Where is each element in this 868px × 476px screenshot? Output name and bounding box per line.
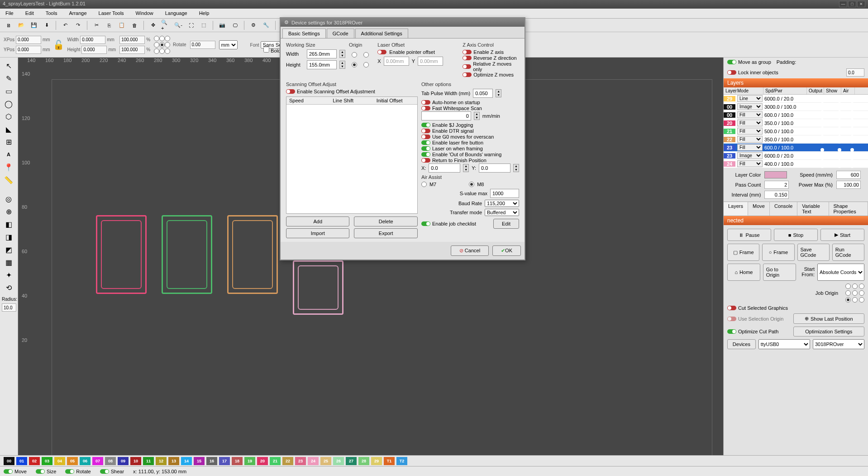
color-swatch-00[interactable]: 00: [4, 457, 14, 465]
status-size-toggle[interactable]: [36, 469, 45, 474]
menu-window[interactable]: Window: [134, 10, 155, 17]
finish-x-input[interactable]: [429, 163, 460, 173]
tab-console[interactable]: Console: [770, 202, 797, 216]
transfer-select[interactable]: Buffered: [485, 209, 519, 216]
close-button[interactable]: ✕: [857, 1, 865, 7]
interval-input[interactable]: [764, 191, 789, 199]
status-rotate-toggle[interactable]: [65, 469, 74, 474]
finish-y-input[interactable]: [479, 163, 510, 173]
enable-z-toggle[interactable]: [463, 50, 472, 54]
padding-input[interactable]: [846, 68, 864, 77]
device-height-input[interactable]: [307, 60, 337, 69]
baud-select[interactable]: 115,200: [485, 200, 519, 207]
color-swatch-06[interactable]: 06: [80, 457, 91, 465]
dialog-cancel-button[interactable]: ⊘ Cancel: [451, 245, 489, 256]
layer-mode-select[interactable]: Fill: [737, 111, 763, 118]
array-tool[interactable]: ⊞: [2, 136, 15, 147]
color-swatch-19[interactable]: 19: [244, 457, 255, 465]
offset-tool[interactable]: ◎: [2, 193, 15, 204]
zoom-out-icon[interactable]: 🔍-: [173, 20, 183, 30]
start-from-select[interactable]: Absolute Coords: [817, 264, 864, 281]
color-swatch-10[interactable]: 10: [130, 457, 141, 465]
layer-mode-select[interactable]: Line: [737, 95, 763, 102]
unit-select[interactable]: mm: [219, 40, 238, 49]
open-file-icon[interactable]: 📂: [16, 20, 26, 30]
text-tool[interactable]: A: [2, 149, 15, 160]
status-move-toggle[interactable]: [4, 469, 13, 474]
pass-count-input[interactable]: [764, 181, 789, 189]
tab-move[interactable]: Move: [748, 202, 770, 216]
layer-mode-select[interactable]: Image: [737, 103, 763, 110]
stop-button[interactable]: ■Stop: [774, 229, 818, 241]
menu-laser-tools[interactable]: Laser Tools: [97, 10, 126, 17]
use-g0-toggle[interactable]: [421, 135, 430, 139]
menu-tools[interactable]: Tools: [44, 10, 59, 17]
menu-edit[interactable]: Edit: [24, 10, 36, 17]
dialog-tab-additional[interactable]: Additional Settings: [355, 29, 408, 38]
color-swatch-08[interactable]: 08: [105, 457, 116, 465]
device-width-input[interactable]: [307, 49, 337, 58]
lock-inner-toggle[interactable]: [727, 70, 736, 75]
home-button[interactable]: ⌂Home: [727, 264, 760, 281]
height-pct-input[interactable]: [119, 46, 145, 54]
settings-icon[interactable]: ⚙: [248, 20, 258, 30]
tab-layers[interactable]: Layers: [724, 202, 748, 216]
move-as-group-toggle[interactable]: [727, 60, 736, 64]
measure-tool[interactable]: 📏: [2, 174, 15, 185]
layer-row[interactable]: 29 Line 6000.0 / 20.0: [724, 95, 868, 103]
width-pct-input[interactable]: [119, 36, 145, 44]
color-swatch-T2[interactable]: T2: [396, 457, 407, 465]
zoom-in-icon[interactable]: 🔍+: [161, 20, 171, 30]
edit-nodes-tool[interactable]: ◣: [2, 124, 15, 135]
cut-selected-toggle[interactable]: [727, 306, 736, 310]
color-swatch-21[interactable]: 21: [270, 457, 281, 465]
color-swatch-01[interactable]: 01: [16, 457, 27, 465]
color-swatch-17[interactable]: 17: [219, 457, 230, 465]
color-swatch-24[interactable]: 24: [308, 457, 319, 465]
marker-tool[interactable]: 📍: [2, 162, 15, 173]
ypos-input[interactable]: [16, 46, 41, 54]
menu-arrange[interactable]: Arrange: [67, 10, 88, 17]
m7-radio[interactable]: [421, 182, 427, 187]
pan-icon[interactable]: ✥: [148, 20, 158, 30]
copy-icon[interactable]: ⎘: [104, 20, 114, 30]
import-icon[interactable]: ⬇: [42, 20, 52, 30]
job-origin-grid[interactable]: [845, 284, 864, 303]
color-swatch-25[interactable]: 25: [320, 457, 331, 465]
frame-circle-button[interactable]: ○Frame: [762, 244, 794, 261]
checklist-edit-button[interactable]: Edit: [493, 219, 519, 229]
color-swatch-28[interactable]: 28: [358, 457, 369, 465]
scan-export-button[interactable]: Export: [354, 228, 417, 238]
device-select[interactable]: 3018PROver: [813, 339, 864, 349]
save-gcode-button[interactable]: Save GCode: [797, 244, 830, 261]
save-icon[interactable]: 💾: [29, 20, 39, 30]
color-swatch-23[interactable]: 23: [295, 457, 306, 465]
maximize-button[interactable]: □: [848, 1, 856, 7]
color-swatch-27[interactable]: 27: [346, 457, 357, 465]
zoom-selection-icon[interactable]: ⬚: [199, 20, 209, 30]
device-settings-icon[interactable]: 🔧: [261, 20, 271, 30]
layer-mode-select[interactable]: Fill: [737, 120, 763, 126]
boolean3-tool[interactable]: ◩: [2, 244, 15, 255]
layer-mode-select[interactable]: Fill: [737, 144, 763, 151]
auto-home-toggle[interactable]: [421, 100, 430, 105]
reverse-z-toggle[interactable]: [463, 56, 472, 60]
zoom-fit-icon[interactable]: ⛶: [186, 20, 196, 30]
menu-language[interactable]: Language: [163, 10, 189, 17]
lock-icon[interactable]: 🔓: [54, 40, 64, 50]
color-swatch-11[interactable]: 11: [143, 457, 154, 465]
minimize-button[interactable]: —: [839, 1, 847, 7]
run-gcode-button[interactable]: Run GCode: [832, 244, 864, 261]
layer-row[interactable]: 23 Fill 600.0 / 100.0: [724, 144, 868, 152]
status-shear-toggle[interactable]: [100, 469, 109, 474]
color-swatch-22[interactable]: 22: [282, 457, 293, 465]
layer-color-swatch[interactable]: [764, 171, 787, 178]
layer-mode-select[interactable]: Fill: [737, 160, 763, 167]
layer-mode-select[interactable]: Fill: [737, 128, 763, 135]
device-origin-grid[interactable]: [349, 49, 374, 70]
rotate-input[interactable]: [190, 41, 215, 49]
color-swatch-07[interactable]: 07: [92, 457, 103, 465]
color-swatch-T1[interactable]: T1: [384, 457, 395, 465]
scan-import-button[interactable]: Import: [286, 228, 349, 238]
m8-radio[interactable]: [469, 182, 474, 187]
